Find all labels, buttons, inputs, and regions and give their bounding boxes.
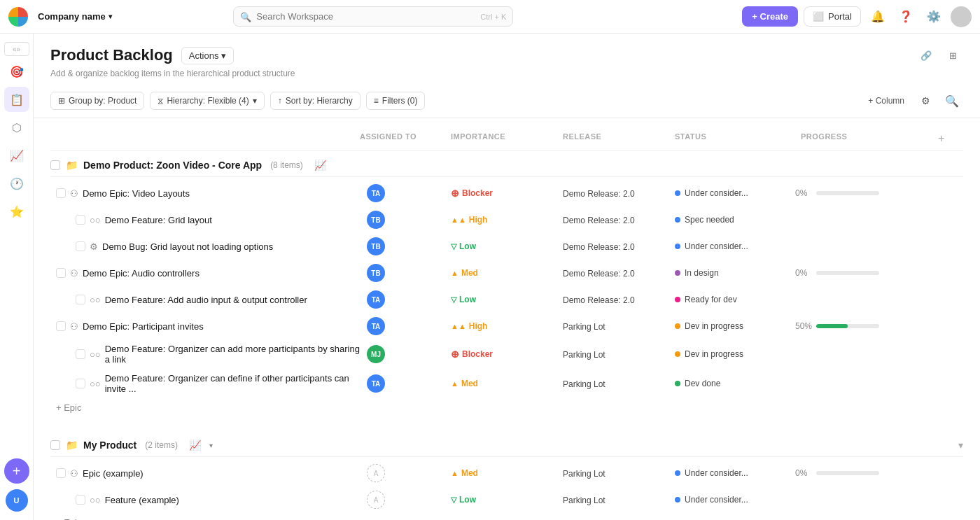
progress-bar-bg xyxy=(816,471,879,475)
product-checkbox[interactable] xyxy=(50,440,60,450)
table-row: ⚇ Demo Epic: Participant invites TA ▲▲ H… xyxy=(50,313,963,339)
row-label: Feature (example) xyxy=(105,495,179,505)
row-checkbox[interactable] xyxy=(76,241,85,251)
topbar-actions: + Create ⬜ Portal 🔔 ❓ ⚙️ xyxy=(742,6,972,28)
trend-icon[interactable]: 📈 xyxy=(314,160,326,171)
help-icon[interactable]: ❓ xyxy=(895,6,917,28)
status-dot xyxy=(675,244,680,249)
release-cell: Demo Release: 2.0 xyxy=(557,295,669,305)
settings-icon[interactable]: ⚙️ xyxy=(923,6,945,28)
add-epic-button[interactable]: + Epic xyxy=(50,398,963,417)
page-title: Product Backlog xyxy=(50,46,173,64)
row-checkbox[interactable] xyxy=(76,495,85,505)
status-badge: Dev in progress xyxy=(675,321,790,331)
sidebar-item-time[interactable]: 🕐 xyxy=(4,171,29,196)
add-epic-button[interactable]: + Epic xyxy=(50,513,963,520)
row-checkbox[interactable] xyxy=(56,268,66,278)
filters-button[interactable]: ≡ Filters (0) xyxy=(366,92,426,110)
importance-cell: ▲ Med xyxy=(445,379,557,388)
table-row: ○○ Demo Feature: Grid layout TB ▲▲ High … xyxy=(50,206,963,233)
sidebar-item-tasks[interactable]: ⬡ xyxy=(4,115,29,140)
importance-cell: ▽ Low xyxy=(445,295,557,304)
importance-badge: ▲ Med xyxy=(451,468,552,478)
add-column-button[interactable]: + Column xyxy=(862,90,910,112)
col-header-release: RELEASE xyxy=(557,129,669,148)
avatar[interactable]: TB xyxy=(367,237,385,255)
share-icon[interactable]: 🔗 xyxy=(916,45,937,66)
topbar: Company name ▾ 🔍 Ctrl + K + Create ⬜ Por… xyxy=(0,0,980,34)
avatar[interactable]: A xyxy=(367,491,385,509)
table-area: ASSIGNED TO IMPORTANCE RELEASE STATUS PR… xyxy=(34,118,980,520)
status-cell: Dev in progress xyxy=(669,349,795,359)
product-count: (8 items) xyxy=(270,160,303,170)
customize-icon[interactable]: ⚙ xyxy=(914,90,937,112)
sidebar-item-roadmap[interactable]: 📈 xyxy=(4,143,29,168)
row-checkbox[interactable] xyxy=(76,379,85,388)
sidebar-item-starred[interactable]: ⭐ xyxy=(4,199,29,224)
importance-cell: ⊕ Blocker xyxy=(445,188,557,199)
page-header: Product Backlog Actions ▾ 🔗 ⊞ Add & orga… xyxy=(34,34,980,84)
avatar[interactable]: TA xyxy=(367,317,385,335)
row-name: ⚙ Demo Bug: Grid layout not loading opti… xyxy=(50,241,361,252)
row-checkbox[interactable] xyxy=(76,295,85,304)
progress-value: 0% xyxy=(795,268,812,278)
row-type-icon: ⚇ xyxy=(70,268,78,279)
row-checkbox[interactable] xyxy=(76,349,85,359)
row-name: ⚇ Demo Epic: Participant invites xyxy=(50,321,361,332)
release-text: Demo Release: 2.0 xyxy=(563,189,635,199)
release-cell: Demo Release: 2.0 xyxy=(557,188,669,199)
status-cell: Dev in progress xyxy=(669,321,795,331)
product-checkbox[interactable] xyxy=(50,160,60,170)
row-type-icon: ⚙ xyxy=(90,241,98,252)
row-name: ⚇ Demo Epic: Audio controllers xyxy=(50,268,361,279)
status-badge: Dev done xyxy=(675,379,790,388)
row-checkbox[interactable] xyxy=(56,188,66,198)
chevron-down-icon[interactable]: ▾ xyxy=(209,442,213,449)
importance-badge: ⊕ Blocker xyxy=(451,188,552,199)
assigned-cell: TA xyxy=(361,290,445,309)
user-avatar[interactable] xyxy=(951,6,972,27)
table-row: ⚙ Demo Bug: Grid layout not loading opti… xyxy=(50,233,963,260)
avatar[interactable]: A xyxy=(367,464,385,482)
avatar[interactable]: TA xyxy=(367,290,385,309)
importance-cell: ▽ Low xyxy=(445,241,557,251)
page-title-row: Product Backlog Actions ▾ 🔗 ⊞ xyxy=(50,45,963,66)
hierarchy-button[interactable]: ⧖ Hierarchy: Flexible (4) ▾ xyxy=(150,92,264,110)
status-badge: Spec needed xyxy=(675,215,790,225)
group-by-button[interactable]: ⊞ Group by: Product xyxy=(50,92,144,110)
avatar[interactable]: TA xyxy=(367,374,385,393)
col-header-add[interactable]: + xyxy=(935,129,963,148)
assigned-cell: TB xyxy=(361,237,445,255)
progress-cell: 0% xyxy=(795,268,935,278)
portal-button[interactable]: ⬜ Portal xyxy=(804,6,861,27)
avatar[interactable]: TB xyxy=(367,211,385,229)
search-input[interactable] xyxy=(233,6,513,27)
row-checkbox[interactable] xyxy=(76,215,85,225)
page-header-right: 🔗 ⊞ xyxy=(916,45,963,66)
sidebar-user-avatar[interactable]: U xyxy=(6,489,28,512)
create-button[interactable]: + Create xyxy=(742,6,798,27)
sort-by-button[interactable]: ↑ Sort by: Hierarchy xyxy=(270,92,360,110)
company-name: Company name xyxy=(38,11,106,22)
actions-button[interactable]: Actions ▾ xyxy=(181,47,234,64)
add-fab-button[interactable]: + xyxy=(4,458,29,484)
notifications-icon[interactable]: 🔔 xyxy=(867,6,889,28)
product-folder-icon: 📁 xyxy=(66,160,78,171)
assigned-cell: TA xyxy=(361,184,445,202)
layout-icon[interactable]: ⊞ xyxy=(942,45,963,66)
sidebar-collapse-button[interactable]: «» xyxy=(4,42,29,56)
avatar[interactable]: TB xyxy=(367,264,385,282)
avatar[interactable]: TA xyxy=(367,184,385,202)
company-selector[interactable]: Company name ▾ xyxy=(34,8,116,24)
collapse-icon[interactable]: ▾ xyxy=(958,440,963,451)
portal-label: Portal xyxy=(828,11,852,22)
sidebar-item-home[interactable]: 🎯 xyxy=(4,59,29,84)
trend-icon[interactable]: 📈 xyxy=(189,440,201,451)
sidebar-item-backlog[interactable]: 📋 xyxy=(4,87,29,112)
avatar[interactable]: MJ xyxy=(367,345,385,363)
release-text: Parking Lot xyxy=(563,379,606,389)
release-text: Demo Release: 2.0 xyxy=(563,216,635,225)
row-checkbox[interactable] xyxy=(56,321,66,331)
table-search-icon[interactable]: 🔍 xyxy=(941,90,963,112)
row-checkbox[interactable] xyxy=(56,468,66,478)
